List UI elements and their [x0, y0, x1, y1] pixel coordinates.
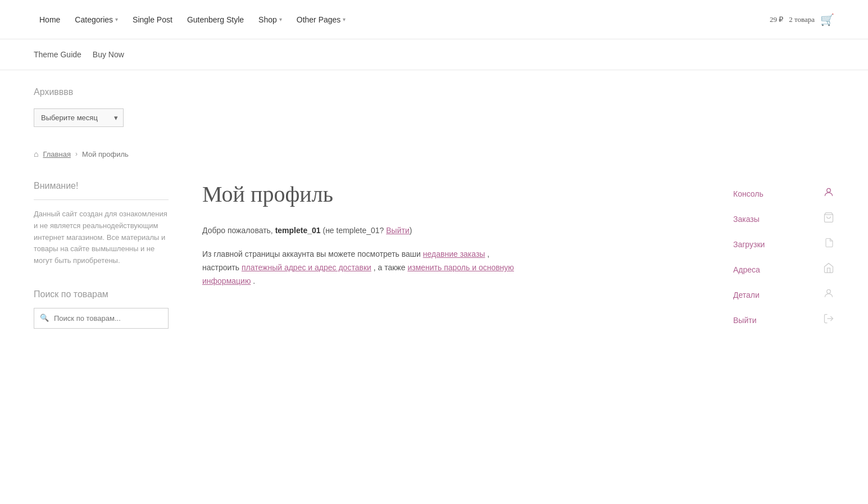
profile-title: Мой профиль — [202, 181, 699, 207]
month-select-wrapper: Выберите месяц — [34, 108, 124, 127]
cart-icon[interactable]: 🛒 — [820, 13, 834, 26]
account-menu-orders[interactable]: Заказы — [733, 206, 834, 231]
search-icon: 🔍 — [40, 314, 49, 323]
addresses-icon — [823, 262, 834, 276]
sidebar-search: Поиск по товарам 🔍 — [34, 289, 169, 329]
page-content: Архивввв Выберите месяц ⌂ Главная › Мой … — [0, 70, 868, 423]
orders-icon — [823, 212, 834, 226]
cart-price: 29 ₽ — [770, 15, 783, 24]
profile-content: Мой профиль Добро пожаловать, templete_0… — [202, 181, 699, 406]
cart-count: 2 товара — [789, 15, 815, 24]
search-title: Поиск по товарам — [34, 289, 169, 299]
account-menu-details[interactable]: Детали — [733, 282, 834, 307]
breadcrumb-home-link[interactable]: Главная — [43, 150, 70, 158]
archive-title: Архивввв — [34, 87, 834, 97]
nav-gutenberg[interactable]: Gutenberg Style — [181, 11, 249, 29]
shop-chevron-icon: ▾ — [279, 16, 282, 22]
details-icon — [823, 288, 834, 302]
account-menu-logout-label: Выйти — [733, 316, 756, 325]
breadcrumb: ⌂ Главная › Мой профиль — [34, 149, 834, 158]
sidebar-attention: Внимание! Данный сайт создан для ознаком… — [34, 181, 169, 267]
recent-orders-link[interactable]: недавние заказы — [423, 249, 485, 258]
profile-username: templete_01 — [275, 226, 321, 235]
categories-chevron-icon: ▾ — [115, 16, 118, 22]
nav-single-post[interactable]: Single Post — [127, 11, 178, 29]
address-link[interactable]: платежный адрес и адрес доставки — [242, 263, 371, 272]
nav-theme-guide[interactable]: Theme Guide — [34, 50, 81, 59]
account-menu: Консоль Заказы — [733, 181, 834, 406]
search-input-wrapper: 🔍 — [34, 308, 169, 329]
nav-shop[interactable]: Shop ▾ — [253, 11, 288, 29]
sidebar-divider — [34, 199, 169, 200]
breadcrumb-current: Мой профиль — [82, 150, 129, 158]
attention-title: Внимание! — [34, 181, 169, 191]
nav-other-pages[interactable]: Other Pages ▾ — [291, 11, 352, 29]
sidebar: Внимание! Данный сайт создан для ознаком… — [34, 181, 169, 406]
logout-icon — [823, 313, 834, 327]
account-menu-addresses[interactable]: Адреса — [733, 257, 834, 282]
account-menu-console-label: Консоль — [733, 189, 764, 198]
profile-logout-link[interactable]: Выйти — [386, 226, 409, 235]
svg-point-2 — [827, 289, 831, 293]
secondary-nav: Theme Guide Buy Now — [0, 39, 868, 70]
account-menu-downloads[interactable]: Загрузки — [733, 231, 834, 257]
account-menu-downloads-label: Загрузки — [733, 240, 765, 249]
search-input[interactable] — [34, 308, 168, 328]
account-menu-addresses-label: Адреса — [733, 265, 760, 274]
other-pages-chevron-icon: ▾ — [343, 16, 346, 22]
profile-welcome: Добро пожаловать, templete_01 (не temple… — [202, 224, 699, 237]
home-icon: ⌂ — [34, 149, 38, 158]
nav-links: Home Categories ▾ Single Post Gutenberg … — [34, 11, 770, 29]
console-icon — [823, 187, 834, 201]
month-select[interactable]: Выберите месяц — [34, 108, 124, 127]
profile-description: Из главной страницы аккаунта вы можете п… — [202, 248, 517, 288]
account-menu-logout[interactable]: Выйти — [733, 307, 834, 333]
main-layout: Внимание! Данный сайт создан для ознаком… — [34, 181, 834, 406]
nav-categories[interactable]: Categories ▾ — [69, 11, 124, 29]
nav-right: 29 ₽ 2 товара 🛒 — [770, 13, 834, 26]
account-menu-details-label: Детали — [733, 290, 760, 299]
downloads-icon — [824, 237, 834, 251]
attention-text: Данный сайт создан для ознакомления и не… — [34, 208, 169, 267]
archive-section: Архивввв Выберите месяц — [34, 87, 834, 127]
nav-home[interactable]: Home — [34, 11, 66, 29]
svg-point-0 — [827, 188, 831, 192]
account-menu-orders-label: Заказы — [733, 215, 760, 224]
nav-buy-now[interactable]: Buy Now — [93, 50, 124, 59]
top-nav: Home Categories ▾ Single Post Gutenberg … — [0, 0, 868, 39]
breadcrumb-separator: › — [75, 150, 78, 158]
account-menu-console[interactable]: Консоль — [733, 181, 834, 206]
